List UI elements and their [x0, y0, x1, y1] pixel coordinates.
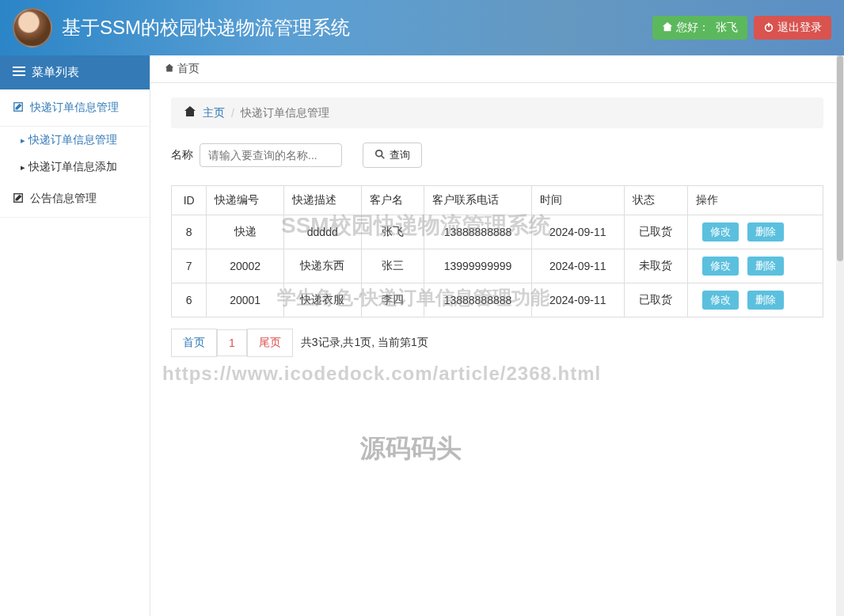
- pager: 首页 1 尾页 共3记录,共1页, 当前第1页: [171, 329, 823, 357]
- search-input[interactable]: [200, 143, 342, 167]
- greeting-button[interactable]: 您好： 张飞: [652, 16, 747, 40]
- main: 首页 主页 / 快递订单信息管理 名称 查询: [150, 55, 844, 616]
- avatar: [13, 8, 52, 48]
- cell-desc: ddddd: [283, 215, 361, 249]
- search-icon: [374, 149, 386, 162]
- svg-rect-4: [13, 74, 25, 76]
- cell-customer: 李四: [361, 283, 424, 318]
- search-button-label: 查询: [390, 148, 410, 162]
- cell-status: 已取货: [624, 215, 687, 249]
- cell-id: 8: [172, 215, 207, 249]
- delete-button[interactable]: 删除: [747, 222, 784, 241]
- edit-icon: [13, 192, 24, 206]
- svg-rect-3: [13, 70, 25, 72]
- svg-line-8: [382, 155, 385, 158]
- table-header-row: ID 快递编号 快递描述 客户名 客户联系电话 时间 状态 操作: [172, 186, 823, 215]
- pager-first[interactable]: 首页: [171, 329, 217, 357]
- delete-button[interactable]: 删除: [747, 257, 784, 276]
- power-icon: [763, 21, 774, 35]
- edit-icon: [13, 101, 24, 115]
- search-row: 名称 查询: [171, 143, 823, 168]
- submenu: 快递订单信息管理 快递订单信息添加: [0, 127, 150, 181]
- breadcrumb-home[interactable]: 主页: [203, 106, 225, 120]
- home-icon: [662, 21, 673, 35]
- cell-customer: 张三: [361, 249, 424, 283]
- cell-time: 2024-09-11: [531, 249, 624, 283]
- cell-code: 20002: [207, 249, 284, 283]
- sidebar-item-label: 快递订单信息管理: [30, 101, 119, 115]
- search-label: 名称: [171, 148, 193, 162]
- col-phone: 客户联系电话: [424, 186, 531, 215]
- sidebar: 菜单列表 快递订单信息管理 快递订单信息管理 快递订单信息添加 公告信息管理: [0, 55, 150, 616]
- submenu-item-label: 快递订单信息添加: [29, 160, 117, 174]
- pager-page-1[interactable]: 1: [217, 329, 247, 356]
- cell-time: 2024-09-11: [531, 215, 624, 249]
- breadcrumb: 主页 / 快递订单信息管理: [171, 97, 823, 128]
- home-icon: [165, 63, 174, 75]
- cell-time: 2024-09-11: [531, 283, 624, 318]
- cell-actions: 修改删除: [687, 283, 823, 318]
- sidebar-item-label: 公告信息管理: [30, 192, 97, 206]
- table-row: 720002快递东西张三139999999992024-09-11未取货修改删除: [172, 249, 823, 283]
- menu-header: 菜单列表: [0, 55, 150, 89]
- cell-desc: 快递东西: [283, 249, 361, 283]
- cell-code: 快递: [207, 215, 284, 249]
- topbar-home[interactable]: 首页: [177, 62, 200, 76]
- cell-actions: 修改删除: [687, 249, 823, 283]
- cell-status: 已取货: [624, 283, 687, 318]
- scrollbar-thumb[interactable]: [837, 55, 843, 261]
- greeting-prefix: 您好：: [676, 21, 709, 33]
- submenu-item-label: 快递订单信息管理: [29, 133, 117, 147]
- scrollbar-track[interactable]: [836, 55, 844, 616]
- pager-last[interactable]: 尾页: [247, 329, 293, 357]
- col-status: 状态: [624, 186, 687, 215]
- col-customer: 客户名: [361, 186, 424, 215]
- svg-rect-2: [13, 67, 25, 68]
- col-desc: 快递描述: [283, 186, 361, 215]
- app-header: 基于SSM的校园快递物流管理系统 您好： 张飞 退出登录: [0, 0, 844, 55]
- breadcrumb-sep: /: [231, 107, 234, 120]
- data-table: ID 快递编号 快递描述 客户名 客户联系电话 时间 状态 操作 8快递dddd…: [171, 185, 823, 318]
- cell-desc: 快递衣服: [283, 283, 361, 318]
- col-code: 快递编号: [207, 186, 284, 215]
- submenu-item-manage[interactable]: 快递订单信息管理: [0, 127, 150, 154]
- cell-phone: 13999999999: [424, 249, 531, 283]
- app-title: 基于SSM的校园快递物流管理系统: [62, 15, 646, 40]
- sidebar-item-notice[interactable]: 公告信息管理: [0, 181, 150, 218]
- search-button[interactable]: 查询: [363, 143, 422, 168]
- col-id: ID: [172, 186, 207, 215]
- logout-label: 退出登录: [777, 21, 822, 35]
- topbar: 首页: [150, 55, 844, 83]
- content: 主页 / 快递订单信息管理 名称 查询 ID: [150, 83, 844, 616]
- delete-button[interactable]: 删除: [747, 291, 784, 310]
- table-row: 8快递ddddd张飞138888888882024-09-11已取货修改删除: [172, 215, 823, 249]
- cell-id: 6: [172, 283, 207, 318]
- menu-header-label: 菜单列表: [32, 65, 79, 80]
- sidebar-item-express-order[interactable]: 快递订单信息管理: [0, 89, 150, 127]
- cell-phone: 13888888888: [424, 215, 531, 249]
- cell-id: 7: [172, 249, 207, 283]
- cell-status: 未取货: [624, 249, 687, 283]
- submenu-item-add[interactable]: 快递订单信息添加: [0, 154, 150, 181]
- edit-button[interactable]: 修改: [702, 222, 739, 241]
- user-name: 张飞: [716, 21, 738, 33]
- col-time: 时间: [531, 186, 624, 215]
- svg-point-7: [376, 150, 382, 156]
- edit-button[interactable]: 修改: [702, 257, 739, 276]
- edit-button[interactable]: 修改: [702, 291, 739, 310]
- table-row: 620001快递衣服李四138888888882024-09-11已取货修改删除: [172, 283, 823, 318]
- cell-phone: 13888888888: [424, 283, 531, 318]
- cell-actions: 修改删除: [687, 215, 823, 249]
- col-action: 操作: [687, 186, 823, 215]
- home-icon: [184, 105, 196, 120]
- list-icon: [13, 66, 25, 79]
- pager-info: 共3记录,共1页, 当前第1页: [293, 336, 428, 350]
- breadcrumb-current: 快递订单信息管理: [241, 106, 329, 120]
- cell-customer: 张飞: [361, 215, 424, 249]
- cell-code: 20001: [207, 283, 284, 318]
- logout-button[interactable]: 退出登录: [754, 16, 831, 40]
